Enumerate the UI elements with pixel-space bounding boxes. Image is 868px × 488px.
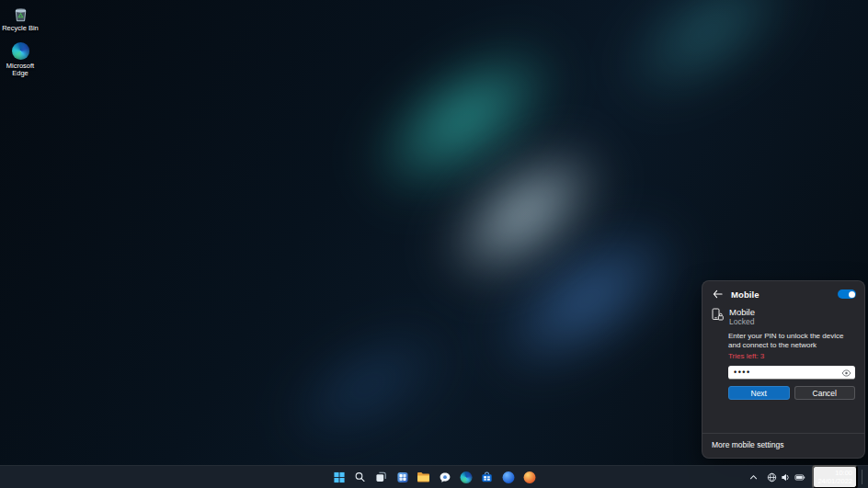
widgets-icon (396, 471, 408, 483)
device-status: Locked (729, 317, 755, 326)
pin-field (728, 366, 855, 380)
tray-time: 10:00 (835, 469, 852, 477)
start-button[interactable] (331, 469, 348, 485)
tray-overflow-button[interactable] (747, 472, 760, 482)
arrow-left-icon (713, 289, 723, 299)
task-view-button[interactable] (373, 469, 390, 485)
recycle-bin-icon (11, 5, 29, 23)
pinned-app-1-button[interactable] (500, 469, 517, 485)
desktop-icon-list: Recycle Bin Microsoft Edge (0, 5, 40, 78)
flyout-footer: More mobile settings (702, 433, 864, 458)
volume-icon (781, 472, 791, 482)
taskbar-center-icons (331, 466, 538, 488)
tray-date: 24/01/2022 (817, 477, 852, 485)
show-desktop-button[interactable] (862, 470, 864, 484)
tries-left-text: Tries left: 3 (728, 352, 857, 361)
taskbar: 10:00 24/01/2022 (0, 465, 868, 488)
edge-logo-icon (11, 42, 29, 61)
microsoft-store-button[interactable] (479, 469, 496, 485)
next-button[interactable]: Next (728, 386, 790, 400)
windows-desktop: Recycle Bin Microsoft Edge Mobile (0, 0, 868, 488)
desktop-icon-label: Microsoft Edge (0, 62, 40, 78)
taskbar-clock[interactable]: 10:00 24/01/2022 (812, 465, 858, 488)
widgets-button[interactable] (394, 469, 411, 485)
network-globe-icon (767, 472, 777, 482)
chevron-up-icon (749, 474, 758, 481)
back-button[interactable] (711, 288, 725, 301)
task-view-icon (376, 471, 387, 482)
recycle-bin-shortcut[interactable]: Recycle Bin (0, 5, 40, 33)
device-texts: Mobile Locked (729, 307, 755, 326)
edge-logo-icon (460, 471, 472, 483)
device-name: Mobile (729, 307, 755, 317)
edge-button[interactable] (458, 469, 474, 485)
mobile-device-row[interactable]: Mobile Locked (702, 304, 864, 326)
file-explorer-button[interactable] (416, 469, 432, 485)
search-button[interactable] (352, 469, 369, 485)
store-bag-icon (482, 471, 493, 482)
pinned-app-2-icon (523, 471, 535, 483)
more-mobile-settings-link[interactable]: More mobile settings (702, 434, 864, 458)
pin-input[interactable] (728, 366, 855, 379)
reveal-password-icon[interactable] (841, 369, 851, 377)
chat-bubble-icon (439, 471, 451, 483)
cancel-button[interactable]: Cancel (794, 386, 856, 400)
desktop-icon-label: Recycle Bin (2, 25, 39, 33)
microsoft-edge-shortcut[interactable]: Microsoft Edge (0, 42, 40, 78)
pinned-app-2-button[interactable] (521, 469, 538, 485)
system-tray: 10:00 24/01/2022 (747, 466, 864, 488)
toggle-knob (849, 291, 855, 298)
mobile-network-flyout: Mobile Mobile Locked Enter your PIN to u… (702, 280, 865, 459)
mobile-locked-icon (711, 308, 724, 321)
pinned-app-1-icon (502, 471, 514, 483)
folder-icon (417, 471, 430, 482)
pin-button-row: Next Cancel (728, 386, 855, 400)
search-icon (355, 471, 366, 482)
flyout-title: Mobile (731, 289, 831, 300)
pin-instruction: Enter your PIN to unlock the device and … (728, 332, 857, 350)
flyout-header: Mobile (702, 281, 864, 304)
windows-logo-icon (333, 471, 345, 483)
battery-icon (794, 472, 805, 482)
quick-settings-button[interactable] (764, 471, 808, 484)
mobile-toggle[interactable] (838, 289, 856, 299)
chat-button[interactable] (437, 469, 453, 485)
